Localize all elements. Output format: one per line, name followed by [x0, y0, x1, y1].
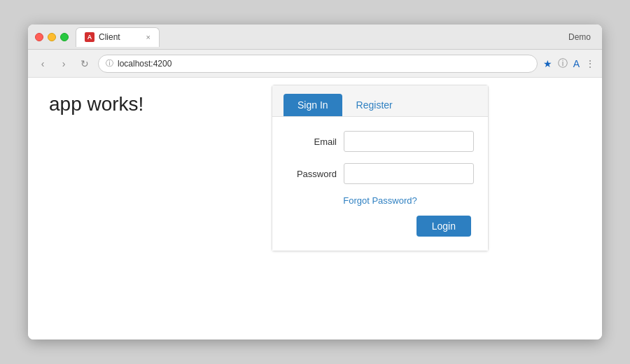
login-tabs: Sign In Register: [272, 85, 488, 117]
menu-icon[interactable]: ⋮: [585, 58, 595, 69]
app-heading: app works!: [49, 93, 144, 115]
email-group: Email: [289, 131, 471, 152]
lock-icon: ⓘ: [106, 58, 113, 69]
login-card: Sign In Register Email Password Forgot P…: [272, 85, 489, 251]
refresh-button[interactable]: ↻: [77, 56, 92, 71]
browser-tab[interactable]: A Client ×: [76, 27, 160, 47]
address-bar: ‹ › ↻ ⓘ localhost:4200 ★ ⓘ A ⋮: [28, 50, 602, 78]
email-input[interactable]: [344, 131, 474, 152]
page-content: app works! Sign In Register Email Passwo…: [28, 78, 602, 340]
minimize-button[interactable]: [48, 33, 56, 41]
toolbar-icons: ★ ⓘ A ⋮: [543, 57, 595, 70]
back-button[interactable]: ‹: [35, 56, 50, 71]
forward-button[interactable]: ›: [56, 56, 71, 71]
register-tab[interactable]: Register: [342, 94, 407, 116]
address-bar-input-wrap[interactable]: ⓘ localhost:4200: [98, 55, 538, 73]
tab-favicon: A: [85, 32, 94, 42]
tab-area: A Client ×: [76, 27, 595, 47]
title-bar: A Client × Demo: [28, 24, 602, 50]
address-text: localhost:4200: [118, 59, 172, 69]
tab-close-button[interactable]: ×: [146, 33, 150, 41]
login-btn-wrap: Login: [289, 216, 471, 237]
login-form: Email Password Forgot Password? Login: [272, 117, 488, 251]
bookmark-icon[interactable]: ★: [543, 58, 552, 69]
traffic-lights: [35, 33, 69, 41]
forgot-password-link[interactable]: Forgot Password?: [289, 195, 471, 206]
password-group: Password: [289, 163, 471, 184]
maximize-button[interactable]: [60, 33, 69, 41]
close-button[interactable]: [35, 33, 43, 41]
email-label: Email: [289, 136, 337, 147]
password-input[interactable]: [344, 163, 474, 184]
password-label: Password: [289, 169, 337, 179]
signin-tab[interactable]: Sign In: [284, 94, 342, 116]
tab-title: Client: [99, 32, 120, 42]
browser-window: A Client × Demo ‹ › ↻ ⓘ localhost:4200 ★…: [28, 24, 602, 340]
account-icon[interactable]: A: [573, 58, 580, 69]
login-button[interactable]: Login: [416, 216, 471, 237]
window-title: Demo: [568, 32, 591, 42]
info-icon[interactable]: ⓘ: [558, 57, 568, 70]
